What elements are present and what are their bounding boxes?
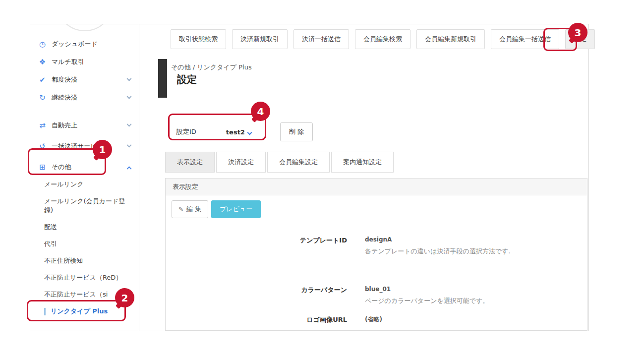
sidebar-item-batch-payment-service[interactable]: ↺ 一括決済サービス bbox=[30, 137, 139, 155]
tab-member-edit-batch-send[interactable]: 会員編集一括送信 bbox=[491, 29, 559, 49]
chevron-down-icon bbox=[247, 130, 252, 135]
sidebar-item-dashboard[interactable]: ◷ ダッシュボード bbox=[30, 35, 139, 53]
settings-sub-tabs: 表示設定 決済設定 会員編集設定 案内通知設定 bbox=[165, 152, 394, 173]
sidebar-item-auto-sales[interactable]: ⇄ 自動売上 bbox=[30, 117, 139, 134]
decorative-black-bar bbox=[158, 59, 167, 98]
sidebar-item-label: ダッシュボード bbox=[52, 40, 98, 49]
field-description: ページのカラーパターンを選択可能です。 bbox=[365, 297, 489, 305]
sidebar-item-label: 一括決済サービス bbox=[52, 142, 104, 151]
main-content: 取引状態検索 決済新規取引 決済一括送信 会員編集検索 会員編集新規取引 会員編… bbox=[139, 24, 588, 331]
settings-fields: テンプレートID designA 各テンプレートの違いは決済手段の選択方法です.… bbox=[166, 236, 587, 324]
subtab-payment-settings[interactable]: 決済設定 bbox=[216, 152, 266, 173]
auto-sales-sync-icon: ⇄ bbox=[38, 121, 47, 130]
top-tab-bar: 取引状態検索 決済新規取引 決済一括送信 会員編集検索 会員編集新規取引 会員編… bbox=[171, 29, 595, 49]
field-description: 各テンプレートの違いは決済手段の選択方法です. bbox=[365, 247, 510, 256]
preview-button[interactable]: プレビュー bbox=[211, 200, 261, 218]
field-logo-image-url: ロゴ画像URL (省略) bbox=[166, 315, 587, 324]
delete-button[interactable]: 削 除 bbox=[280, 122, 313, 141]
sidebar-item-label: 都度決済 bbox=[52, 75, 77, 84]
chevron-down-icon bbox=[127, 121, 132, 126]
field-label: カラーパターン bbox=[166, 286, 347, 305]
tab-payment-new-transaction[interactable]: 決済新規取引 bbox=[232, 29, 288, 49]
tab-payment-batch-send[interactable]: 決済一括送信 bbox=[293, 29, 349, 49]
sidebar-subitem-fraud-red[interactable]: 不正防止サービス（ReD） bbox=[30, 269, 139, 286]
sidebar-subitem-delivery[interactable]: 配送 bbox=[30, 219, 139, 236]
edit-button-label: 編 集 bbox=[186, 205, 201, 214]
sidebar-subitem-maillink-membercard[interactable]: メールリンク(会員カード登録) bbox=[30, 193, 139, 219]
tab-settings[interactable]: 設定 bbox=[565, 29, 595, 49]
sidebar-item-others[interactable]: ⊞ その他 bbox=[30, 158, 139, 176]
field-value: (省略) bbox=[365, 315, 382, 324]
field-value: blue_01 bbox=[365, 286, 489, 293]
edit-button[interactable]: ✎ 編 集 bbox=[172, 200, 208, 218]
sidebar-subitem-fraud-sift[interactable]: 不正防止サービス（si bbox=[30, 286, 139, 303]
sidebar-subitem-cod[interactable]: 代引 bbox=[30, 236, 139, 252]
grid-icon: ⊞ bbox=[38, 163, 47, 172]
sidebar-subitem-fraud-address[interactable]: 不正住所検知 bbox=[30, 252, 139, 269]
subtab-notice-settings[interactable]: 案内通知設定 bbox=[331, 152, 394, 173]
sidebar-subitem-maillink[interactable]: メールリンク bbox=[30, 176, 139, 193]
config-id-dropdown[interactable]: test2 bbox=[226, 128, 251, 136]
app-window: ◷ ダッシュボード ❖ マルチ取引 ✔ 都度決済 ↻ 継続決済 ⇄ 自動売上 ↺… bbox=[30, 24, 589, 331]
chevron-up-icon bbox=[127, 166, 132, 171]
dashboard-clock-icon: ◷ bbox=[38, 40, 47, 49]
tab-member-edit-search[interactable]: 会員編集検索 bbox=[355, 29, 410, 49]
sidebar-subitem-label: リンクタイプ Plus bbox=[51, 307, 108, 316]
sidebar-subitem-linktype-plus[interactable]: リンクタイプ Plus bbox=[30, 303, 139, 320]
subtab-member-edit-settings[interactable]: 会員編集設定 bbox=[267, 152, 330, 173]
tab-transaction-status-search[interactable]: 取引状態検索 bbox=[171, 29, 226, 49]
page-title: 設定 bbox=[177, 73, 197, 86]
sidebar-item-label: マルチ取引 bbox=[52, 58, 84, 66]
field-value: designA bbox=[365, 236, 510, 243]
display-settings-panel: 表示設定 ✎ 編 集 プレビュー テンプレートID designA 各テンプレー… bbox=[165, 178, 587, 331]
chevron-down-icon bbox=[127, 142, 132, 147]
field-color-pattern: カラーパターン blue_01 ページのカラーパターンを選択可能です。 bbox=[166, 286, 587, 305]
logo-partial-circle bbox=[56, 24, 114, 31]
active-indicator-bar bbox=[44, 308, 46, 315]
field-label: ロゴ画像URL bbox=[166, 315, 347, 324]
config-id-label: 設定ID bbox=[176, 127, 196, 136]
check-circle-icon: ✔ bbox=[38, 75, 47, 84]
subtab-display-settings[interactable]: 表示設定 bbox=[165, 152, 215, 173]
field-template-id: テンプレートID designA 各テンプレートの違いは決済手段の選択方法です. bbox=[166, 236, 587, 256]
field-label: テンプレートID bbox=[166, 236, 347, 256]
sidebar-item-onetime-payment[interactable]: ✔ 都度決済 bbox=[30, 71, 139, 89]
chevron-down-icon bbox=[127, 76, 132, 81]
sidebar-item-multi-transaction[interactable]: ❖ マルチ取引 bbox=[30, 53, 139, 71]
batch-history-icon: ↺ bbox=[38, 142, 47, 151]
recurring-arrow-icon: ↻ bbox=[38, 93, 47, 102]
edit-pencil-icon: ✎ bbox=[178, 206, 183, 213]
sidebar-item-label: その他 bbox=[52, 163, 71, 172]
sidebar-item-recurring-payment[interactable]: ↻ 継続決済 bbox=[30, 89, 139, 107]
panel-button-row: ✎ 編 集 プレビュー bbox=[172, 200, 587, 218]
sidebar-item-label: 自動売上 bbox=[52, 121, 77, 130]
panel-section-title: 表示設定 bbox=[166, 179, 587, 195]
config-id-row: 設定ID test2 削 除 bbox=[176, 122, 313, 141]
config-id-value: test2 bbox=[226, 128, 245, 136]
breadcrumb: その他 / リンクタイプ Plus bbox=[171, 63, 252, 72]
chevron-down-icon bbox=[127, 94, 132, 99]
sidebar-item-label: 継続決済 bbox=[52, 93, 77, 102]
tab-member-edit-new-transaction[interactable]: 会員編集新規取引 bbox=[416, 29, 485, 49]
sidebar: ◷ ダッシュボード ❖ マルチ取引 ✔ 都度決済 ↻ 継続決済 ⇄ 自動売上 ↺… bbox=[30, 24, 139, 331]
multi-transaction-cube-icon: ❖ bbox=[38, 58, 47, 66]
